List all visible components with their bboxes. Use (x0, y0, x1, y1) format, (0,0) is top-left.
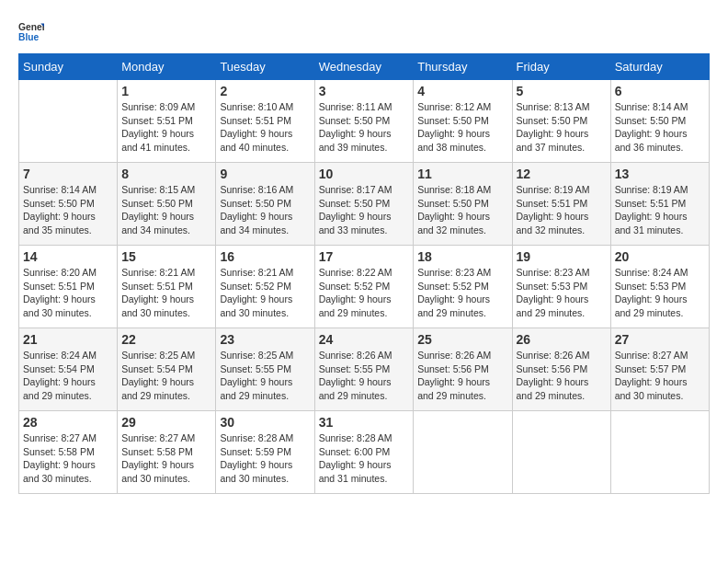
calendar-cell: 31Sunrise: 8:28 AMSunset: 6:00 PMDayligh… (314, 411, 414, 494)
day-info: Sunrise: 8:10 AMSunset: 5:51 PMDaylight:… (220, 100, 310, 155)
day-info: Sunrise: 8:26 AMSunset: 5:55 PMDaylight:… (319, 349, 410, 403)
calendar-cell: 26Sunrise: 8:26 AMSunset: 5:56 PMDayligh… (512, 328, 610, 411)
day-number: 27 (615, 332, 705, 347)
svg-text:General: General (18, 22, 44, 32)
day-number: 6 (615, 84, 705, 98)
column-header-monday: Monday (118, 54, 216, 80)
day-number: 12 (517, 167, 607, 181)
day-number: 31 (319, 415, 410, 430)
column-header-thursday: Thursday (414, 54, 512, 80)
calendar-cell (19, 80, 118, 163)
day-info: Sunrise: 8:24 AMSunset: 5:53 PMDaylight:… (615, 266, 705, 320)
day-number: 28 (23, 415, 113, 430)
day-number: 17 (319, 249, 410, 264)
column-header-saturday: Saturday (610, 54, 709, 80)
calendar-cell: 21Sunrise: 8:24 AMSunset: 5:54 PMDayligh… (19, 328, 118, 411)
calendar-cell: 7Sunrise: 8:14 AMSunset: 5:50 PMDaylight… (19, 163, 118, 246)
day-number: 14 (23, 249, 113, 264)
day-number: 15 (121, 249, 211, 264)
day-info: Sunrise: 8:23 AMSunset: 5:52 PMDaylight:… (417, 266, 507, 320)
day-info: Sunrise: 8:14 AMSunset: 5:50 PMDaylight:… (615, 100, 705, 155)
calendar-cell: 16Sunrise: 8:21 AMSunset: 5:52 PMDayligh… (216, 246, 314, 328)
calendar-cell: 11Sunrise: 8:18 AMSunset: 5:50 PMDayligh… (414, 163, 512, 246)
day-info: Sunrise: 8:28 AMSunset: 5:59 PMDaylight:… (220, 431, 310, 486)
calendar-cell: 10Sunrise: 8:17 AMSunset: 5:50 PMDayligh… (314, 163, 414, 246)
calendar-week-row: 14Sunrise: 8:20 AMSunset: 5:51 PMDayligh… (19, 246, 710, 328)
day-info: Sunrise: 8:16 AMSunset: 5:50 PMDaylight:… (220, 183, 310, 237)
column-header-sunday: Sunday (19, 54, 118, 80)
calendar-cell: 15Sunrise: 8:21 AMSunset: 5:51 PMDayligh… (118, 246, 216, 328)
column-header-friday: Friday (512, 54, 610, 80)
day-number: 16 (220, 249, 310, 264)
page-header: General Blue (18, 18, 710, 44)
calendar-cell: 2Sunrise: 8:10 AMSunset: 5:51 PMDaylight… (216, 80, 314, 163)
calendar-cell: 3Sunrise: 8:11 AMSunset: 5:50 PMDaylight… (314, 80, 414, 163)
day-number: 2 (220, 84, 310, 98)
day-info: Sunrise: 8:25 AMSunset: 5:54 PMDaylight:… (121, 349, 211, 403)
day-number: 1 (121, 84, 211, 98)
day-number: 20 (615, 249, 705, 264)
day-info: Sunrise: 8:11 AMSunset: 5:50 PMDaylight:… (319, 100, 410, 155)
calendar-cell: 23Sunrise: 8:25 AMSunset: 5:55 PMDayligh… (216, 328, 314, 411)
day-number: 9 (220, 167, 310, 181)
calendar-table: SundayMondayTuesdayWednesdayThursdayFrid… (18, 53, 710, 494)
day-number: 24 (319, 332, 410, 347)
day-info: Sunrise: 8:18 AMSunset: 5:50 PMDaylight:… (417, 183, 507, 237)
column-header-tuesday: Tuesday (216, 54, 314, 80)
day-number: 25 (417, 332, 507, 347)
calendar-cell: 18Sunrise: 8:23 AMSunset: 5:52 PMDayligh… (414, 246, 512, 328)
calendar-cell: 13Sunrise: 8:19 AMSunset: 5:51 PMDayligh… (610, 163, 709, 246)
day-info: Sunrise: 8:21 AMSunset: 5:51 PMDaylight:… (121, 266, 211, 320)
day-info: Sunrise: 8:23 AMSunset: 5:53 PMDaylight:… (517, 266, 607, 320)
calendar-week-row: 7Sunrise: 8:14 AMSunset: 5:50 PMDaylight… (19, 163, 710, 246)
calendar-cell: 5Sunrise: 8:13 AMSunset: 5:50 PMDaylight… (512, 80, 610, 163)
calendar-cell: 14Sunrise: 8:20 AMSunset: 5:51 PMDayligh… (19, 246, 118, 328)
day-info: Sunrise: 8:26 AMSunset: 5:56 PMDaylight:… (417, 349, 507, 403)
day-info: Sunrise: 8:13 AMSunset: 5:50 PMDaylight:… (517, 100, 607, 155)
day-number: 22 (121, 332, 211, 347)
day-info: Sunrise: 8:20 AMSunset: 5:51 PMDaylight:… (23, 266, 113, 320)
day-info: Sunrise: 8:09 AMSunset: 5:51 PMDaylight:… (121, 100, 211, 155)
day-info: Sunrise: 8:25 AMSunset: 5:55 PMDaylight:… (220, 349, 310, 403)
logo-icon: General Blue (18, 18, 44, 44)
day-info: Sunrise: 8:22 AMSunset: 5:52 PMDaylight:… (319, 266, 410, 320)
day-number: 19 (517, 249, 607, 264)
calendar-cell: 30Sunrise: 8:28 AMSunset: 5:59 PMDayligh… (216, 411, 314, 494)
day-info: Sunrise: 8:26 AMSunset: 5:56 PMDaylight:… (517, 349, 607, 403)
calendar-cell (512, 411, 610, 494)
day-number: 21 (23, 332, 113, 347)
day-number: 30 (220, 415, 310, 430)
calendar-cell: 4Sunrise: 8:12 AMSunset: 5:50 PMDaylight… (414, 80, 512, 163)
svg-text:Blue: Blue (18, 32, 40, 42)
column-header-wednesday: Wednesday (314, 54, 414, 80)
calendar-cell: 28Sunrise: 8:27 AMSunset: 5:58 PMDayligh… (19, 411, 118, 494)
day-number: 5 (517, 84, 607, 98)
calendar-cell: 27Sunrise: 8:27 AMSunset: 5:57 PMDayligh… (610, 328, 709, 411)
calendar-cell: 12Sunrise: 8:19 AMSunset: 5:51 PMDayligh… (512, 163, 610, 246)
calendar-cell: 22Sunrise: 8:25 AMSunset: 5:54 PMDayligh… (118, 328, 216, 411)
calendar-cell: 6Sunrise: 8:14 AMSunset: 5:50 PMDaylight… (610, 80, 709, 163)
logo: General Blue (18, 18, 44, 44)
calendar-cell: 17Sunrise: 8:22 AMSunset: 5:52 PMDayligh… (314, 246, 414, 328)
day-number: 8 (121, 167, 211, 181)
day-info: Sunrise: 8:19 AMSunset: 5:51 PMDaylight:… (615, 183, 705, 237)
calendar-cell (414, 411, 512, 494)
day-info: Sunrise: 8:27 AMSunset: 5:58 PMDaylight:… (121, 431, 211, 486)
calendar-header-row: SundayMondayTuesdayWednesdayThursdayFrid… (19, 54, 710, 80)
calendar-cell: 29Sunrise: 8:27 AMSunset: 5:58 PMDayligh… (118, 411, 216, 494)
calendar-cell: 19Sunrise: 8:23 AMSunset: 5:53 PMDayligh… (512, 246, 610, 328)
day-info: Sunrise: 8:28 AMSunset: 6:00 PMDaylight:… (319, 431, 410, 486)
calendar-week-row: 28Sunrise: 8:27 AMSunset: 5:58 PMDayligh… (19, 411, 710, 494)
calendar-cell: 8Sunrise: 8:15 AMSunset: 5:50 PMDaylight… (118, 163, 216, 246)
day-number: 7 (23, 167, 113, 181)
calendar-cell: 24Sunrise: 8:26 AMSunset: 5:55 PMDayligh… (314, 328, 414, 411)
day-number: 23 (220, 332, 310, 347)
day-number: 10 (319, 167, 410, 181)
calendar-week-row: 21Sunrise: 8:24 AMSunset: 5:54 PMDayligh… (19, 328, 710, 411)
day-number: 29 (121, 415, 211, 430)
day-number: 13 (615, 167, 705, 181)
day-info: Sunrise: 8:27 AMSunset: 5:58 PMDaylight:… (23, 431, 113, 486)
day-info: Sunrise: 8:21 AMSunset: 5:52 PMDaylight:… (220, 266, 310, 320)
calendar-cell (610, 411, 709, 494)
calendar-cell: 9Sunrise: 8:16 AMSunset: 5:50 PMDaylight… (216, 163, 314, 246)
